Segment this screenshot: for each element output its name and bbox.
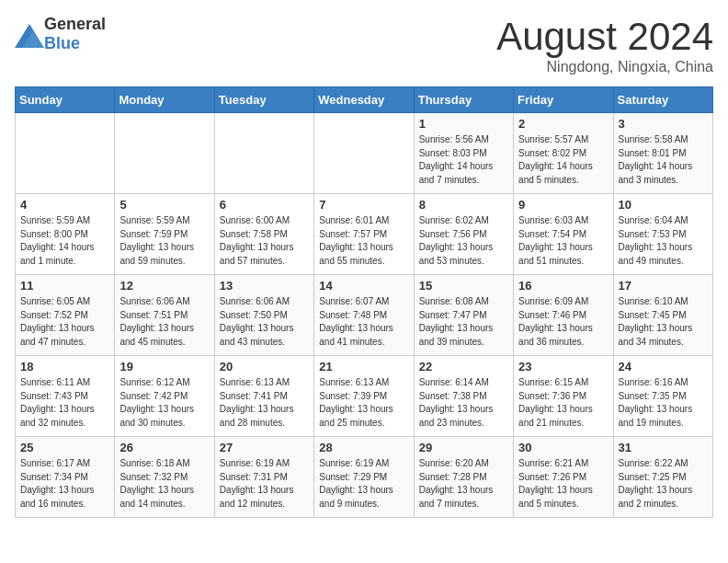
calendar-cell: 11Sunrise: 6:05 AM Sunset: 7:52 PM Dayli…: [16, 275, 115, 356]
day-number: 29: [419, 441, 508, 454]
calendar-cell: 10Sunrise: 6:04 AM Sunset: 7:53 PM Dayli…: [613, 194, 712, 275]
day-number: 2: [518, 117, 608, 131]
calendar-cell: 2Sunrise: 5:57 AM Sunset: 8:02 PM Daylig…: [514, 113, 613, 194]
day-info: Sunrise: 5:57 AM Sunset: 8:02 PM Dayligh…: [518, 133, 608, 187]
logo-blue: Blue: [44, 34, 80, 52]
day-number: 11: [20, 279, 109, 293]
weekday-header-thursday: Thursday: [414, 87, 513, 113]
day-info: Sunrise: 5:59 AM Sunset: 7:59 PM Dayligh…: [119, 214, 209, 268]
day-number: 7: [319, 198, 408, 212]
weekday-header-wednesday: Wednesday: [314, 87, 414, 113]
day-number: 28: [319, 441, 408, 454]
day-info: Sunrise: 6:11 AM Sunset: 7:43 PM Dayligh…: [20, 376, 109, 430]
logo-general: General: [44, 15, 106, 33]
calendar-week-row: 11Sunrise: 6:05 AM Sunset: 7:52 PM Dayli…: [16, 275, 713, 356]
day-number: 16: [518, 279, 608, 293]
calendar-cell: 19Sunrise: 6:12 AM Sunset: 7:42 PM Dayli…: [115, 356, 214, 437]
weekday-header-row: SundayMondayTuesdayWednesdayThursdayFrid…: [16, 87, 713, 113]
calendar-cell: 8Sunrise: 6:02 AM Sunset: 7:56 PM Daylig…: [414, 194, 513, 275]
calendar-cell: 9Sunrise: 6:03 AM Sunset: 7:54 PM Daylig…: [514, 194, 613, 275]
calendar-cell: 22Sunrise: 6:14 AM Sunset: 7:38 PM Dayli…: [414, 356, 513, 437]
main-title: August 2024: [496, 15, 713, 59]
calendar-cell: 30Sunrise: 6:21 AM Sunset: 7:26 PM Dayli…: [514, 437, 613, 518]
calendar-cell: [115, 113, 214, 194]
day-number: 31: [619, 441, 708, 454]
logo-text: General Blue: [44, 15, 106, 53]
weekday-header-friday: Friday: [514, 87, 613, 113]
calendar-cell: 24Sunrise: 6:16 AM Sunset: 7:35 PM Dayli…: [613, 356, 712, 437]
calendar-cell: 13Sunrise: 6:06 AM Sunset: 7:50 PM Dayli…: [214, 275, 313, 356]
calendar-cell: 29Sunrise: 6:20 AM Sunset: 7:28 PM Dayli…: [414, 437, 513, 518]
day-number: 18: [20, 360, 109, 373]
calendar-cell: [214, 113, 313, 194]
day-number: 5: [119, 198, 209, 212]
day-number: 1: [419, 117, 508, 131]
day-info: Sunrise: 6:09 AM Sunset: 7:46 PM Dayligh…: [518, 295, 608, 349]
day-info: Sunrise: 6:20 AM Sunset: 7:28 PM Dayligh…: [419, 457, 508, 511]
calendar-cell: 6Sunrise: 6:00 AM Sunset: 7:58 PM Daylig…: [214, 194, 313, 275]
day-info: Sunrise: 6:10 AM Sunset: 7:45 PM Dayligh…: [619, 295, 708, 349]
day-number: 20: [220, 360, 309, 373]
day-number: 27: [220, 441, 309, 454]
logo-icon: [15, 24, 40, 44]
day-info: Sunrise: 6:00 AM Sunset: 7:58 PM Dayligh…: [220, 214, 309, 268]
day-info: Sunrise: 6:18 AM Sunset: 7:32 PM Dayligh…: [119, 457, 209, 511]
calendar-cell: 25Sunrise: 6:17 AM Sunset: 7:34 PM Dayli…: [16, 437, 115, 518]
calendar-cell: 31Sunrise: 6:22 AM Sunset: 7:25 PM Dayli…: [613, 437, 712, 518]
day-number: 30: [518, 441, 608, 454]
day-number: 3: [619, 117, 708, 131]
day-number: 4: [20, 198, 109, 212]
calendar-cell: 21Sunrise: 6:13 AM Sunset: 7:39 PM Dayli…: [314, 356, 414, 437]
calendar-cell: 3Sunrise: 5:58 AM Sunset: 8:01 PM Daylig…: [613, 113, 712, 194]
day-number: 6: [220, 198, 309, 212]
title-area: August 2024 Ningdong, Ningxia, China: [496, 15, 713, 75]
calendar-cell: 7Sunrise: 6:01 AM Sunset: 7:57 PM Daylig…: [314, 194, 414, 275]
calendar-cell: 17Sunrise: 6:10 AM Sunset: 7:45 PM Dayli…: [613, 275, 712, 356]
day-info: Sunrise: 6:13 AM Sunset: 7:39 PM Dayligh…: [319, 376, 408, 430]
day-info: Sunrise: 6:12 AM Sunset: 7:42 PM Dayligh…: [119, 376, 209, 430]
calendar-cell: 23Sunrise: 6:15 AM Sunset: 7:36 PM Dayli…: [514, 356, 613, 437]
page-header: General Blue August 2024 Ningdong, Ningx…: [15, 15, 713, 75]
day-info: Sunrise: 6:14 AM Sunset: 7:38 PM Dayligh…: [419, 376, 508, 430]
day-info: Sunrise: 5:59 AM Sunset: 8:00 PM Dayligh…: [20, 214, 109, 268]
calendar-cell: [314, 113, 414, 194]
day-info: Sunrise: 6:08 AM Sunset: 7:47 PM Dayligh…: [419, 295, 508, 349]
day-number: 19: [119, 360, 209, 373]
day-number: 13: [220, 279, 309, 293]
day-number: 14: [319, 279, 408, 293]
day-number: 26: [119, 441, 209, 454]
day-info: Sunrise: 6:13 AM Sunset: 7:41 PM Dayligh…: [220, 376, 309, 430]
calendar-cell: 16Sunrise: 6:09 AM Sunset: 7:46 PM Dayli…: [514, 275, 613, 356]
day-number: 9: [518, 198, 608, 212]
weekday-header-tuesday: Tuesday: [214, 87, 313, 113]
calendar-cell: 15Sunrise: 6:08 AM Sunset: 7:47 PM Dayli…: [414, 275, 513, 356]
logo: General Blue: [15, 15, 106, 53]
day-number: 17: [619, 279, 708, 293]
calendar-cell: 12Sunrise: 6:06 AM Sunset: 7:51 PM Dayli…: [115, 275, 214, 356]
calendar-cell: 26Sunrise: 6:18 AM Sunset: 7:32 PM Dayli…: [115, 437, 214, 518]
day-info: Sunrise: 6:19 AM Sunset: 7:31 PM Dayligh…: [220, 457, 309, 511]
day-info: Sunrise: 6:02 AM Sunset: 7:56 PM Dayligh…: [419, 214, 508, 268]
day-info: Sunrise: 6:19 AM Sunset: 7:29 PM Dayligh…: [319, 457, 408, 511]
day-info: Sunrise: 5:56 AM Sunset: 8:03 PM Dayligh…: [419, 133, 508, 187]
day-info: Sunrise: 6:07 AM Sunset: 7:48 PM Dayligh…: [319, 295, 408, 349]
calendar-cell: 1Sunrise: 5:56 AM Sunset: 8:03 PM Daylig…: [414, 113, 513, 194]
day-number: 10: [619, 198, 708, 212]
calendar-week-row: 4Sunrise: 5:59 AM Sunset: 8:00 PM Daylig…: [16, 194, 713, 275]
day-info: Sunrise: 6:06 AM Sunset: 7:50 PM Dayligh…: [220, 295, 309, 349]
day-number: 21: [319, 360, 408, 373]
calendar-week-row: 18Sunrise: 6:11 AM Sunset: 7:43 PM Dayli…: [16, 356, 713, 437]
day-info: Sunrise: 6:15 AM Sunset: 7:36 PM Dayligh…: [518, 376, 608, 430]
subtitle: Ningdong, Ningxia, China: [496, 59, 713, 75]
day-number: 24: [619, 360, 708, 373]
day-number: 8: [419, 198, 508, 212]
day-number: 12: [119, 279, 209, 293]
calendar-week-row: 25Sunrise: 6:17 AM Sunset: 7:34 PM Dayli…: [16, 437, 713, 518]
day-info: Sunrise: 6:21 AM Sunset: 7:26 PM Dayligh…: [518, 457, 608, 511]
day-info: Sunrise: 6:16 AM Sunset: 7:35 PM Dayligh…: [619, 376, 708, 430]
day-info: Sunrise: 6:17 AM Sunset: 7:34 PM Dayligh…: [20, 457, 109, 511]
calendar-cell: 5Sunrise: 5:59 AM Sunset: 7:59 PM Daylig…: [115, 194, 214, 275]
calendar-cell: 4Sunrise: 5:59 AM Sunset: 8:00 PM Daylig…: [16, 194, 115, 275]
day-info: Sunrise: 6:06 AM Sunset: 7:51 PM Dayligh…: [119, 295, 209, 349]
calendar-cell: 18Sunrise: 6:11 AM Sunset: 7:43 PM Dayli…: [16, 356, 115, 437]
